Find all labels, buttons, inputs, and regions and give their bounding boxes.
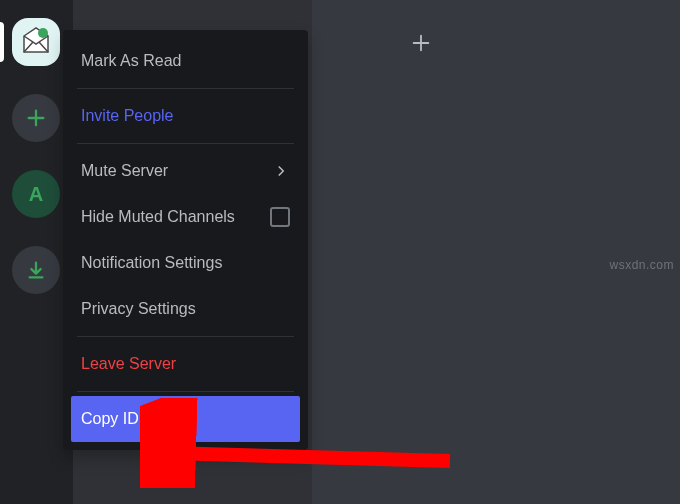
menu-mute-server[interactable]: Mute Server <box>71 148 300 194</box>
watermark: wsxdn.com <box>609 258 674 272</box>
menu-item-label: Invite People <box>81 107 174 125</box>
server-icon-add[interactable] <box>12 94 60 142</box>
envelope-icon <box>18 24 54 60</box>
checkbox-icon <box>270 207 290 227</box>
menu-item-label: Mute Server <box>81 162 168 180</box>
svg-point-0 <box>38 28 48 38</box>
menu-separator <box>77 391 294 392</box>
menu-item-label: Hide Muted Channels <box>81 208 235 226</box>
menu-hide-muted-channels[interactable]: Hide Muted Channels <box>71 194 300 240</box>
menu-separator <box>77 336 294 337</box>
menu-item-label: Mark As Read <box>81 52 181 70</box>
menu-item-label: Notification Settings <box>81 254 222 272</box>
server-icon-active[interactable] <box>12 18 60 66</box>
download-icon <box>25 259 47 281</box>
menu-privacy-settings[interactable]: Privacy Settings <box>71 286 300 332</box>
menu-item-label: Leave Server <box>81 355 176 373</box>
menu-separator <box>77 143 294 144</box>
plus-icon <box>25 107 47 129</box>
main-chat-area <box>312 0 680 504</box>
server-context-menu: Mark As Read Invite People Mute Server H… <box>63 30 308 450</box>
menu-notification-settings[interactable]: Notification Settings <box>71 240 300 286</box>
menu-invite-people[interactable]: Invite People <box>71 93 300 139</box>
server-icon-2[interactable]: A <box>12 170 60 218</box>
menu-mark-as-read[interactable]: Mark As Read <box>71 38 300 84</box>
menu-item-label: Copy ID <box>81 410 139 428</box>
menu-item-label: Privacy Settings <box>81 300 196 318</box>
server-list: A <box>0 0 72 504</box>
menu-leave-server[interactable]: Leave Server <box>71 341 300 387</box>
create-channel-icon[interactable] <box>410 32 432 54</box>
menu-copy-id[interactable]: Copy ID <box>71 396 300 442</box>
chevron-right-icon <box>272 162 290 180</box>
server-icon-download[interactable] <box>12 246 60 294</box>
menu-separator <box>77 88 294 89</box>
